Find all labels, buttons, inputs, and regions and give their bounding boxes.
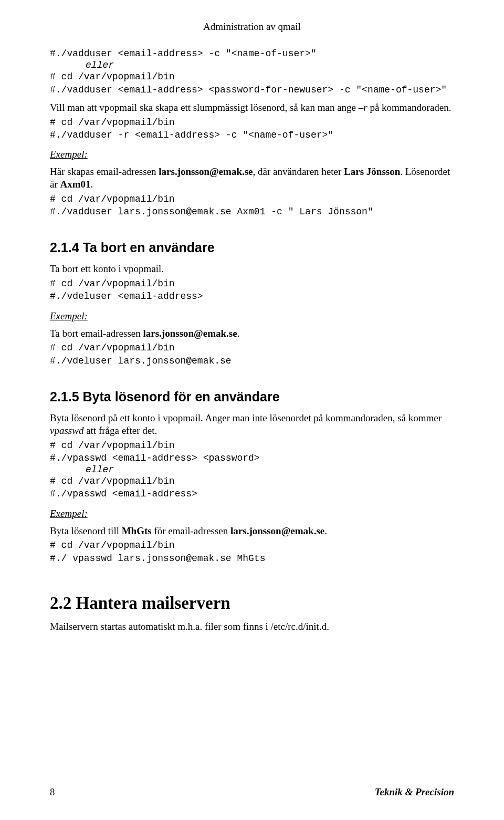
bold-text: lars.jonsson@emak.se	[143, 328, 237, 339]
text: Här skapas email-adressen	[50, 166, 159, 177]
code-line: #./ vpasswd lars.jonsson@emak.se MhGts	[50, 552, 454, 565]
bold-text: Lars Jönsson	[344, 166, 400, 177]
italic-text: vpasswd	[50, 425, 83, 436]
text: för email-adressen	[152, 525, 230, 536]
code-line: #./vpasswd <email-address>	[50, 487, 454, 500]
page-header-title: Administration av qmail	[50, 21, 454, 33]
code-line: #./vadduser <email-address> <password-fo…	[50, 84, 454, 96]
code-line: #./vadduser -r <email-address> -c "<name…	[50, 129, 454, 141]
code-line: # cd /var/vpopmail/bin	[50, 116, 454, 129]
heading-2-1-4: 2.1.4 Ta bort en användare	[50, 240, 454, 255]
code-line: # cd /var/vpopmail/bin	[50, 70, 454, 83]
paragraph: Byta lösenord på ett konto i vpopmail. A…	[50, 412, 454, 437]
italic-text: –r	[359, 102, 368, 113]
footer-brand: Teknik & Precision	[375, 786, 454, 798]
heading-2-2: 2.2 Hantera mailservern	[50, 594, 454, 613]
text: .	[324, 525, 327, 536]
code-line: #./vadduser lars.jonsson@emak.se Axm01 -…	[50, 205, 454, 218]
code-line: #./vdeluser lars.jonsson@emak.se	[50, 355, 454, 367]
code-line: # cd /var/vpopmail/bin	[50, 475, 454, 487]
code-line: # cd /var/vpopmail/bin	[50, 439, 454, 452]
paragraph: Byta lösenord till MhGts för email-adres…	[50, 525, 454, 537]
example-label: Exempel:	[50, 508, 454, 520]
page-footer: 8 Teknik & Precision	[50, 786, 454, 798]
paragraph: Ta bort ett konto i vpopmail.	[50, 263, 454, 275]
paragraph: Mailservern startas automatiskt m.h.a. f…	[50, 620, 454, 633]
text: Ta bort email-adressen	[50, 328, 143, 339]
code-line: # cd /var/vpopmail/bin	[50, 341, 454, 354]
paragraph: Här skapas email-adressen lars.jonsson@e…	[50, 165, 454, 191]
paragraph: Ta bort email-adressen lars.jonsson@emak…	[50, 327, 454, 340]
paragraph: Vill man att vpopmail ska skapa ett slum…	[50, 101, 454, 114]
code-line: # cd /var/vpopmail/bin	[50, 539, 454, 552]
code-eller: eller	[50, 464, 454, 475]
code-line: #./vpasswd <email-address> <password>	[50, 452, 454, 464]
text: , där användaren heter	[253, 166, 344, 177]
code-line: #./vadduser <email-address> -c "<name-of…	[50, 47, 454, 60]
bold-text: Axm01	[60, 179, 91, 190]
text: .	[91, 179, 93, 190]
text: Byta lösenord till	[50, 525, 122, 536]
text: på kommandoraden.	[368, 102, 452, 113]
heading-2-1-5: 2.1.5 Byta lösenord för en användare	[50, 389, 454, 404]
text: Byta lösenord på ett konto i vpopmail. A…	[50, 412, 442, 423]
code-line: # cd /var/vpopmail/bin	[50, 193, 454, 205]
bold-text: MhGts	[122, 525, 152, 536]
bold-text: lars.jonsson@emak.se	[230, 525, 324, 536]
example-label: Exempel:	[50, 310, 454, 322]
code-line: #./vdeluser <email-address>	[50, 290, 454, 303]
code-line: # cd /var/vpopmail/bin	[50, 277, 454, 290]
text: Vill man att vpopmail ska skapa ett slum…	[50, 102, 359, 113]
code-eller: eller	[50, 60, 454, 70]
text: att fråga efter det.	[83, 425, 157, 436]
text: .	[237, 328, 240, 339]
example-label: Exempel:	[50, 149, 454, 160]
bold-text: lars.jonsson@emak.se	[159, 166, 253, 177]
page-number: 8	[50, 786, 55, 798]
